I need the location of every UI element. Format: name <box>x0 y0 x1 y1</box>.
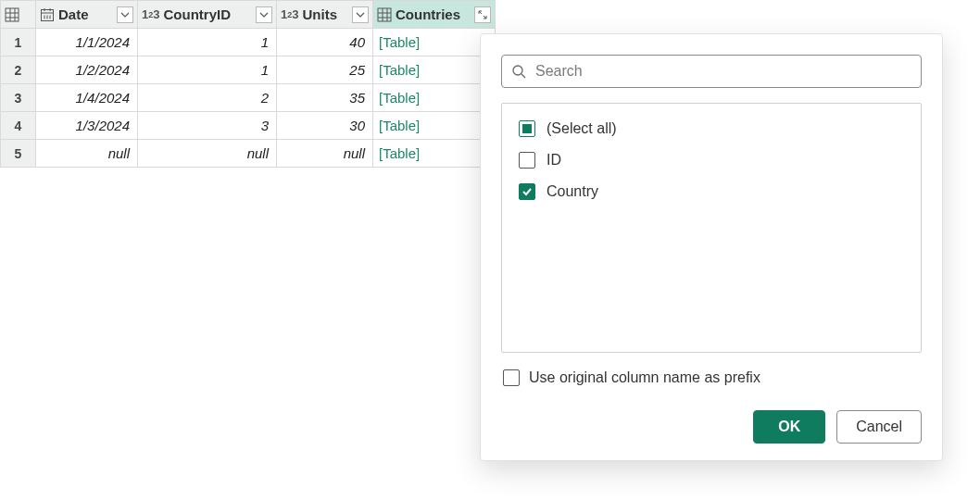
chevron-down-icon <box>120 10 130 19</box>
number-type-icon: 123 <box>142 7 159 21</box>
header-units[interactable]: 123 Units <box>277 1 373 29</box>
header-date[interactable]: Date <box>36 1 138 29</box>
svg-line-18 <box>521 74 525 78</box>
table-row[interactable]: 5 null null null [Table] <box>1 140 496 168</box>
cell-units[interactable]: 35 <box>277 84 373 112</box>
filter-units-button[interactable] <box>352 6 369 23</box>
svg-rect-12 <box>378 8 391 21</box>
chevron-down-icon <box>356 10 365 19</box>
cell-date[interactable]: 1/2/2024 <box>36 56 138 84</box>
cell-countries[interactable]: [Table] <box>373 84 496 112</box>
filter-date-button[interactable] <box>117 6 133 23</box>
row-number: 1 <box>1 29 36 56</box>
row-number: 3 <box>1 84 36 112</box>
checklist-item-label: ID <box>547 152 561 169</box>
cell-units[interactable]: null <box>277 140 373 168</box>
cancel-button[interactable]: Cancel <box>836 410 922 444</box>
cell-countryid[interactable]: 1 <box>138 56 277 84</box>
expand-icon <box>477 9 488 20</box>
grid-body: 1 1/1/2024 1 40 [Table] 2 1/2/2024 1 25 … <box>1 29 496 168</box>
button-row: OK Cancel <box>501 410 922 444</box>
row-number: 4 <box>1 112 36 140</box>
cell-countryid[interactable]: 1 <box>138 29 277 56</box>
table-row[interactable]: 1 1/1/2024 1 40 [Table] <box>1 29 496 56</box>
filter-countryid-button[interactable] <box>256 6 272 23</box>
select-all-item[interactable]: (Select all) <box>515 113 908 144</box>
cell-countryid[interactable]: null <box>138 140 277 168</box>
header-date-label: Date <box>58 6 89 22</box>
cell-countryid[interactable]: 3 <box>138 112 277 140</box>
chevron-down-icon <box>259 10 269 19</box>
header-countryid-label: CountryID <box>163 6 231 22</box>
number-type-icon: 123 <box>281 7 298 21</box>
svg-point-17 <box>513 66 522 75</box>
header-countries-label: Countries <box>396 6 460 22</box>
checkbox-indeterminate-icon[interactable] <box>519 120 535 137</box>
check-icon <box>521 186 533 197</box>
header-countryid[interactable]: 123 CountryID <box>138 1 277 29</box>
select-all-label: (Select all) <box>547 120 617 137</box>
cell-date[interactable]: null <box>36 140 138 168</box>
cell-countryid[interactable]: 2 <box>138 84 277 112</box>
ok-button[interactable]: OK <box>753 410 825 444</box>
cell-countries[interactable]: [Table] <box>373 56 496 84</box>
cell-units[interactable]: 40 <box>277 29 373 56</box>
data-grid: Date 123 CountryID <box>0 0 496 168</box>
cancel-button-label: Cancel <box>856 419 902 435</box>
cell-date[interactable]: 1/1/2024 <box>36 29 138 56</box>
cell-countries[interactable]: [Table] <box>373 112 496 140</box>
checkbox-unchecked-icon[interactable] <box>519 152 535 169</box>
search-input[interactable] <box>534 62 911 81</box>
cell-units[interactable]: 30 <box>277 112 373 140</box>
header-countries[interactable]: Countries <box>373 1 496 29</box>
table-icon <box>377 7 392 22</box>
checklist-item-id[interactable]: ID <box>515 144 908 176</box>
cell-countries[interactable]: [Table] <box>373 29 496 56</box>
expand-countries-button[interactable] <box>474 6 491 23</box>
cell-date[interactable]: 1/3/2024 <box>36 112 138 140</box>
table-row[interactable]: 2 1/2/2024 1 25 [Table] <box>1 56 496 84</box>
header-row-selector[interactable] <box>1 1 36 29</box>
prefix-option[interactable]: Use original column name as prefix <box>501 369 922 386</box>
checkbox-checked-icon[interactable] <box>519 183 535 200</box>
row-number: 5 <box>1 140 36 168</box>
cell-date[interactable]: 1/4/2024 <box>36 84 138 112</box>
ok-button-label: OK <box>778 419 800 435</box>
column-checklist: (Select all) ID Country <box>501 103 922 353</box>
checkbox-unchecked-icon[interactable] <box>503 369 520 386</box>
prefix-label: Use original column name as prefix <box>529 369 760 386</box>
svg-rect-0 <box>6 8 19 21</box>
calendar-icon <box>40 7 55 22</box>
search-icon <box>511 64 526 79</box>
checklist-item-label: Country <box>547 183 598 200</box>
expand-column-popup: (Select all) ID Country Use original col… <box>480 33 943 461</box>
cell-countries[interactable]: [Table] <box>373 140 496 168</box>
header-units-label: Units <box>302 6 337 22</box>
table-row[interactable]: 4 1/3/2024 3 30 [Table] <box>1 112 496 140</box>
cell-units[interactable]: 25 <box>277 56 373 84</box>
checklist-item-country[interactable]: Country <box>515 176 908 207</box>
search-field[interactable] <box>501 55 922 88</box>
table-row[interactable]: 3 1/4/2024 2 35 [Table] <box>1 84 496 112</box>
row-number: 2 <box>1 56 36 84</box>
table-icon <box>5 7 19 22</box>
